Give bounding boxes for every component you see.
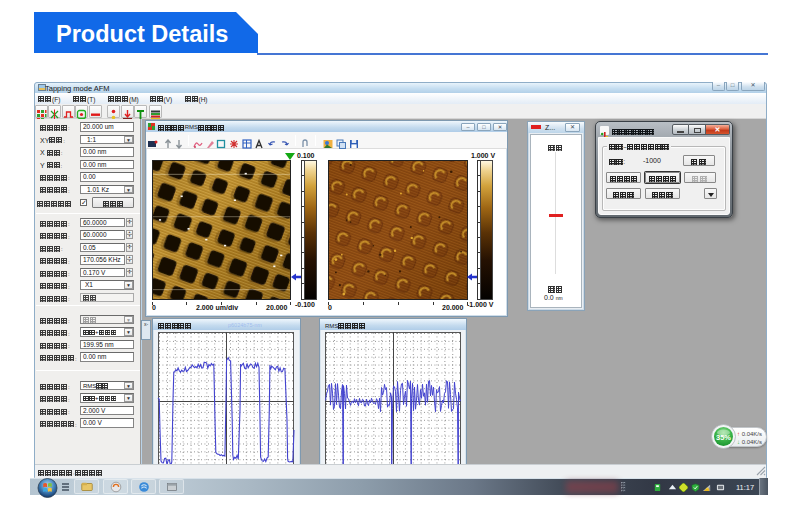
- svg-text:35%: 35%: [716, 433, 731, 442]
